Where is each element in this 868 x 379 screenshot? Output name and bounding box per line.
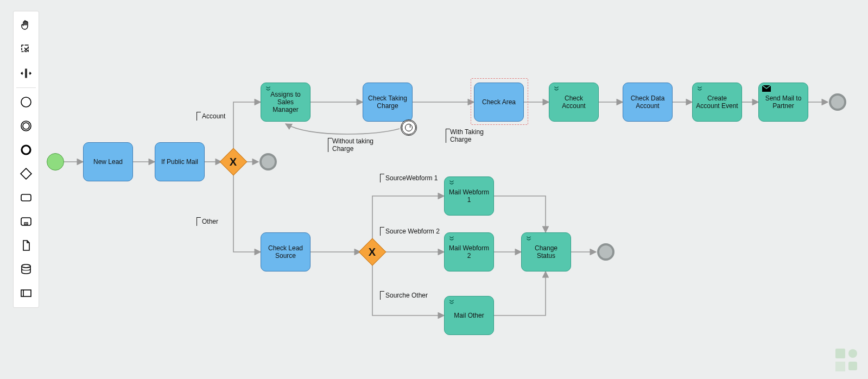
script-icon [448, 236, 454, 242]
task-if-public-mail[interactable]: If Public Mail [155, 142, 205, 181]
task-change-status[interactable]: Change Status [521, 232, 571, 271]
script-icon [696, 86, 702, 92]
edge-label-without-taking-charge: Without taking Charge [332, 137, 381, 153]
task-label: New Lead [93, 158, 123, 166]
svg-point-12 [848, 349, 857, 358]
edge-label-source-other: Sourche Other [385, 292, 428, 299]
task-check-account[interactable]: Check Account [549, 83, 599, 122]
task-check-taking-charge[interactable]: Check Taking Charge [363, 83, 413, 122]
script-icon [264, 86, 271, 92]
end-event-bottom[interactable] [597, 243, 614, 261]
task-check-lead-source[interactable]: Check Lead Source [261, 232, 311, 271]
task-label: Check Data Account [626, 94, 669, 110]
task-create-account-event[interactable]: Create Account Event [692, 83, 742, 122]
task-check-area[interactable]: Check Area [474, 83, 524, 122]
edge-bracket [380, 291, 384, 300]
timer-boundary-event[interactable] [401, 119, 417, 136]
task-mail-webform-2[interactable]: Mail Webform 2 [444, 232, 494, 271]
script-icon [553, 86, 559, 92]
edge-bracket [197, 112, 201, 121]
end-event-top[interactable] [829, 93, 846, 111]
task-label: Check Account [553, 94, 595, 110]
edge-label-with-taking-charge: With Taking Charge [450, 128, 493, 143]
mail-icon [762, 85, 771, 92]
task-label: Mail Webform 2 [448, 244, 490, 260]
edge-bracket [380, 227, 384, 236]
task-send-mail-partner[interactable]: Send Mail to Partner [758, 83, 808, 122]
task-label: If Public Mail [161, 158, 198, 166]
task-new-lead[interactable]: New Lead [83, 142, 133, 181]
edges-layer [0, 0, 868, 379]
task-label: Send Mail to Partner [762, 94, 804, 110]
edge-bracket [197, 217, 201, 226]
task-assigns-sales-manager[interactable]: Assigns to Sales Manager [261, 83, 311, 122]
script-icon [448, 180, 454, 186]
edge-bracket [328, 138, 332, 152]
task-label: Create Account Event [696, 94, 738, 110]
task-label: Check Taking Charge [366, 94, 409, 110]
script-icon [525, 236, 531, 242]
gateway-marker: X [369, 246, 376, 258]
start-event[interactable] [47, 153, 64, 170]
task-check-data-account[interactable]: Check Data Account [623, 83, 673, 122]
task-label: Check Area [482, 98, 516, 106]
bpmn-io-logo [834, 348, 858, 371]
svg-rect-11 [835, 349, 845, 358]
task-label: Mail Other [454, 312, 484, 319]
task-mail-other[interactable]: Mail Other [444, 296, 494, 335]
task-label: Mail Webform 1 [448, 188, 490, 204]
gateway-exclusive-2[interactable]: X [359, 238, 387, 266]
end-event-inline[interactable] [259, 153, 277, 170]
task-label: Assigns to Sales Manager [264, 91, 307, 113]
script-icon [448, 299, 454, 306]
task-label: Change Status [525, 244, 567, 260]
task-mail-webform-1[interactable]: Mail Webform 1 [444, 176, 494, 216]
edge-bracket [380, 174, 384, 182]
edge-label-account: Account [202, 112, 225, 120]
edge-label-source-webform-1: SourceWebform 1 [385, 174, 438, 182]
edge-bracket [446, 129, 450, 143]
gateway-marker: X [230, 156, 237, 168]
gateway-exclusive-1[interactable]: X [220, 148, 248, 176]
bpmn-canvas[interactable]: New Lead If Public Mail X Account Other … [0, 0, 868, 379]
task-label: Check Lead Source [264, 244, 307, 260]
edge-label-other: Other [202, 218, 218, 225]
edge-label-source-webform-2: Source Webform 2 [385, 228, 440, 235]
svg-rect-13 [848, 362, 857, 370]
